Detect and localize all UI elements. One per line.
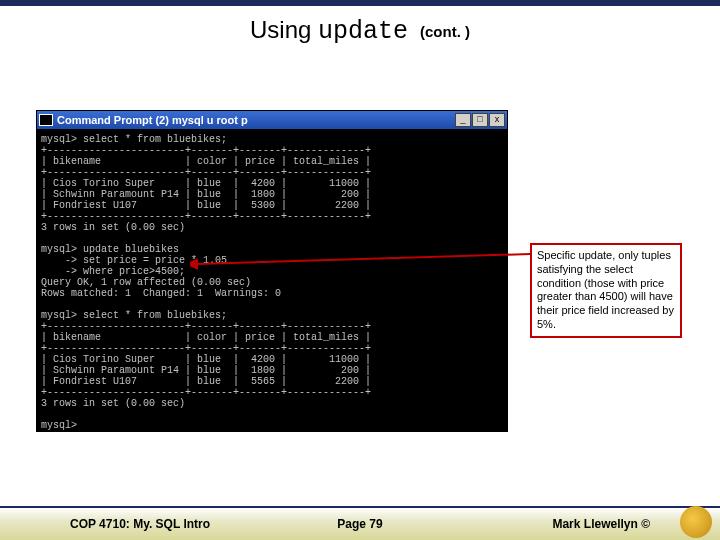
footer-bar: COP 4710: My. SQL Intro Page 79 Mark Lle… — [0, 506, 720, 540]
footer-logo-icon — [680, 506, 712, 538]
terminal-titlebar: Command Prompt (2) mysql u root p _ □ x — [36, 110, 508, 130]
terminal-title-text: Command Prompt (2) mysql u root p — [57, 114, 455, 126]
title-cont: (cont. ) — [408, 23, 470, 40]
title-prefix: Using — [250, 16, 318, 43]
cmd-icon — [39, 114, 53, 126]
terminal-window: Command Prompt (2) mysql u root p _ □ x … — [36, 110, 508, 432]
footer-author: Mark Llewellyn © — [552, 517, 650, 531]
minimize-button[interactable]: _ — [455, 113, 471, 127]
slide-title: Using update(cont. ) — [0, 6, 720, 50]
maximize-button[interactable]: □ — [472, 113, 488, 127]
terminal-output: mysql> select * from bluebikes; +-------… — [36, 130, 508, 432]
title-code: update — [318, 17, 408, 46]
annotation-text: Specific update, only tuples satisfying … — [537, 249, 674, 330]
window-controls: _ □ x — [455, 113, 505, 127]
footer-page: Page 79 — [337, 517, 382, 531]
annotation-box: Specific update, only tuples satisfying … — [530, 243, 682, 338]
footer-course: COP 4710: My. SQL Intro — [70, 517, 210, 531]
close-button[interactable]: x — [489, 113, 505, 127]
